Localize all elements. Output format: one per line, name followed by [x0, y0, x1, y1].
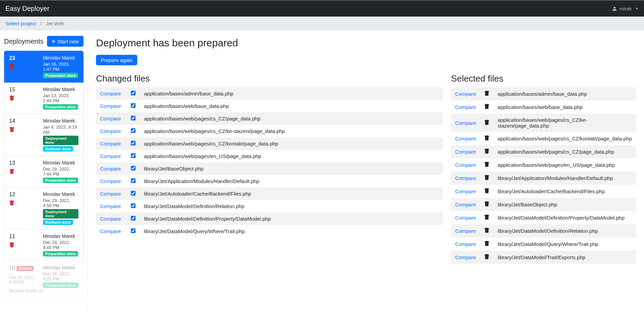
compare-link[interactable]: Compare [455, 254, 476, 260]
compare-link[interactable]: Compare [100, 228, 121, 234]
compare-link[interactable]: Compare [455, 228, 476, 234]
file-path: application/bases/admin/base_data.php [494, 87, 636, 100]
breadcrumb-select-project[interactable]: Select project [5, 21, 36, 26]
deployment-author: Miroslav Marek [43, 118, 78, 123]
file-path: application/bases/admin/base_data.php [140, 87, 443, 100]
selected-file-row: Comparelibrary/Jet/BaseObject.php [451, 198, 636, 211]
file-path: library/Jet/DataModel/Definition/Relatio… [494, 224, 636, 238]
remove-file-button[interactable] [484, 202, 490, 208]
sidebar: Deployments + Start new 23Miroslav Marek… [0, 30, 88, 313]
delete-deployment-button[interactable] [9, 95, 15, 101]
remove-file-button[interactable] [484, 255, 490, 261]
deployment-card-23[interactable]: 23Miroslav MarekJan 16, 2023, 1:47 PMPre… [4, 51, 84, 83]
file-checkbox[interactable] [131, 141, 136, 145]
compare-link[interactable]: Compare [100, 116, 121, 121]
file-path: application/bases/web/pages/cs_CZ/page_d… [494, 145, 636, 158]
changed-file-row: Comparelibrary/Jet/Autoloader/Cache/Back… [96, 187, 443, 200]
file-path: application/bases/web/base_data.php [140, 100, 443, 112]
compare-link[interactable]: Compare [455, 162, 476, 168]
file-path: library/Jet/DataModel/Trait/Exports.php [494, 251, 636, 264]
file-path: application/bases/web/pages/cs_CZ/ke-sta… [494, 114, 636, 132]
remove-file-button[interactable] [484, 162, 490, 168]
remove-file-button[interactable] [484, 91, 490, 97]
file-checkbox[interactable] [131, 91, 136, 95]
deployment-card-13[interactable]: 13Miroslav MarekDec 29, 2022, 7:44 PMPre… [4, 156, 84, 187]
remove-file-button[interactable] [484, 149, 490, 155]
prepare-again-button[interactable]: Prepare again [96, 55, 137, 65]
compare-link[interactable]: Compare [455, 188, 476, 194]
compare-link[interactable]: Compare [455, 175, 476, 181]
file-checkbox[interactable] [131, 228, 136, 233]
changed-file-row: Comparelibrary/Jet/Application/Modules/H… [96, 175, 443, 187]
changed-file-row: Compareapplication/bases/web/base_data.p… [96, 100, 443, 112]
compare-link[interactable]: Compare [100, 166, 121, 172]
changed-file-row: Comparelibrary/Jet/DataModel/Query/Where… [96, 225, 443, 238]
deployment-date: Dec 29, 2022, 7:44 PM [43, 166, 78, 177]
file-path: application/bases/web/pages/cs_CZ/kontak… [140, 137, 443, 150]
selected-file-row: Comparelibrary/Jet/DataModel/Query/Where… [451, 238, 636, 251]
remove-file-button[interactable] [484, 189, 490, 195]
status-badge: Deployment done [43, 136, 78, 145]
compare-link[interactable]: Compare [455, 136, 476, 141]
deleted-badge: Deleted [17, 266, 33, 271]
user-menu[interactable]: mirek ▼ [612, 6, 639, 12]
deployment-author: Miroslav Marek [43, 55, 78, 61]
compare-link[interactable]: Compare [100, 103, 121, 109]
deployment-number: 10 Deleted [9, 265, 43, 271]
compare-link[interactable]: Compare [100, 216, 121, 222]
compare-link[interactable]: Compare [100, 191, 121, 197]
main-content: Deployment has been prepared Prepare aga… [88, 30, 644, 313]
compare-link[interactable]: Compare [455, 241, 476, 247]
deployment-card-15[interactable]: 15Miroslav MarekJan 13, 2023, 1:44 PMPre… [4, 83, 84, 114]
status-badge: Preparation done [43, 73, 78, 78]
deployment-card-12[interactable]: 12Miroslav MarekDec 29, 2022, 4:50 PMDep… [4, 187, 84, 229]
compare-link[interactable]: Compare [100, 178, 121, 184]
compare-link[interactable]: Compare [455, 202, 476, 207]
file-checkbox[interactable] [131, 178, 136, 183]
file-checkbox[interactable] [131, 203, 136, 208]
compare-link[interactable]: Compare [455, 120, 476, 126]
file-checkbox[interactable] [131, 116, 136, 120]
status-badge: Preparation done [43, 251, 78, 256]
deployment-card-14[interactable]: 14Miroslav MarekJan 6, 2023, 9:19 AMDepl… [4, 114, 84, 156]
compare-link[interactable]: Compare [100, 203, 121, 209]
remove-file-button[interactable] [484, 120, 490, 126]
remove-file-button[interactable] [484, 228, 490, 234]
compare-link[interactable]: Compare [455, 149, 476, 155]
deployment-card-10[interactable]: 10 DeletedDec 29, 2022, 4:39 PMMiroslav … [4, 261, 84, 298]
compare-link[interactable]: Compare [455, 215, 476, 221]
file-checkbox[interactable] [131, 216, 136, 221]
remove-file-button[interactable] [484, 242, 490, 247]
compare-link[interactable]: Compare [100, 141, 121, 146]
remove-file-button[interactable] [484, 176, 490, 181]
status-badge: Rollback done [43, 146, 73, 152]
file-checkbox[interactable] [131, 128, 136, 133]
remove-file-button[interactable] [484, 215, 490, 221]
compare-link[interactable]: Compare [455, 91, 476, 97]
deployment-card-11[interactable]: 11Miroslav MarekDec 29, 2022, 4:45 PMPre… [4, 229, 84, 261]
start-new-button[interactable]: + Start new [47, 36, 84, 47]
delete-deployment-button[interactable] [9, 200, 15, 206]
app-brand[interactable]: Easy Deployer [5, 5, 49, 13]
file-path: application/bases/web/pages/cs_CZ/kontak… [494, 132, 636, 145]
file-path: application/bases/web/pages/cs_CZ/page_d… [140, 112, 443, 125]
compare-link[interactable]: Compare [455, 104, 476, 110]
changed-file-row: Comparelibrary/Jet/DataModel/Definition/… [96, 200, 443, 212]
delete-deployment-button[interactable] [9, 169, 15, 175]
remove-file-button[interactable] [484, 136, 490, 142]
file-checkbox[interactable] [131, 166, 136, 171]
delete-deployment-button[interactable] [9, 64, 15, 70]
chevron-down-icon: ▼ [635, 7, 639, 10]
compare-link[interactable]: Compare [100, 153, 121, 159]
file-checkbox[interactable] [131, 103, 136, 108]
remove-file-button[interactable] [484, 105, 490, 110]
selected-file-row: Compareapplication/bases/web/pages/cs_CZ… [451, 132, 636, 145]
deployment-author: Miroslav Marek [43, 191, 78, 197]
delete-deployment-button[interactable] [9, 127, 15, 133]
file-checkbox[interactable] [131, 153, 136, 158]
file-path: application/bases/web/pages/en_US/page_d… [494, 158, 636, 172]
compare-link[interactable]: Compare [100, 128, 121, 134]
compare-link[interactable]: Compare [100, 91, 121, 96]
file-checkbox[interactable] [131, 191, 136, 196]
delete-deployment-button[interactable] [9, 242, 15, 248]
